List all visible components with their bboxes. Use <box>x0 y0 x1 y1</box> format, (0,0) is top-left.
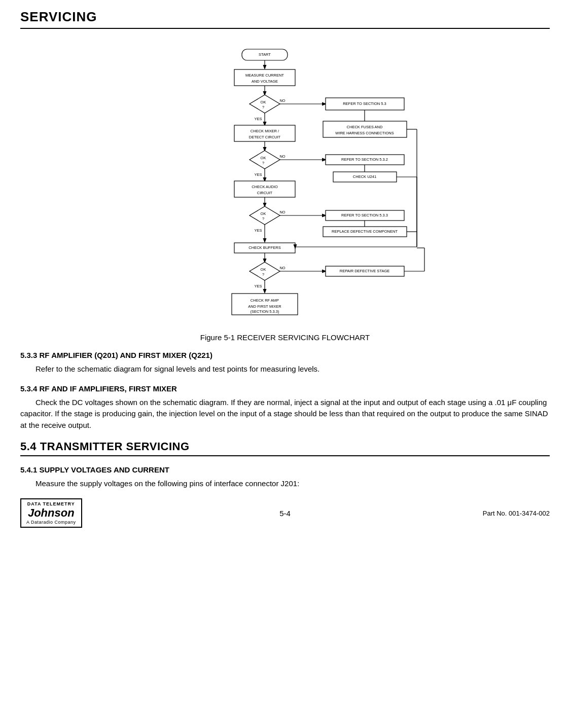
fuses-label2: WIRE HARNESS CONNECTIONS <box>335 131 394 135</box>
refer1-label: REFER TO SECTION 5.3 <box>343 101 386 106</box>
diamond1-q: ? <box>262 105 264 110</box>
diamond1-ok: OK <box>261 100 266 104</box>
rfamp-label3: (SECTION 5.3.3) <box>250 309 279 314</box>
repair-label: REPAIR DEFECTIVE STAGE <box>340 269 390 273</box>
d3-no: NO <box>279 210 285 214</box>
logo-data-telemetry: DATA TELEMETRY <box>27 501 75 506</box>
section-541-heading: 5.4.1 SUPPLY VOLTAGES AND CURRENT <box>20 465 550 474</box>
audio-label1: CHECK AUDIO <box>252 185 278 189</box>
refer2-label: REFER TO SECTION 5.3.2 <box>341 157 388 162</box>
d4-no: NO <box>279 266 285 270</box>
section-534-body: Check the DC voltages shown on the schem… <box>20 397 550 431</box>
footer-logo: DATA TELEMETRY Johnson A Dataradio Compa… <box>20 498 82 528</box>
page-footer: DATA TELEMETRY Johnson A Dataradio Compa… <box>0 500 570 523</box>
section-541-body: Measure the supply voltages on the follo… <box>20 478 550 490</box>
page-header: SERVICING <box>0 0 570 25</box>
section-534-heading: 5.3.4 RF AND IF AMPLIFIERS, FIRST MIXER <box>20 384 550 393</box>
page-title: SERVICING <box>20 9 550 25</box>
flowchart-container: START MEASURE CURRENT AND VOLTAGE OK ? N… <box>20 44 550 328</box>
d1-yes: YES <box>254 117 262 121</box>
logo-box: DATA TELEMETRY Johnson A Dataradio Compa… <box>20 498 82 528</box>
audio-label2: CIRCUIT <box>257 191 273 195</box>
start-label: START <box>259 52 271 57</box>
d1-no: NO <box>279 98 285 103</box>
section-533-body: Refer to the schematic diagram for signa… <box>20 363 550 375</box>
figure-caption: Figure 5-1 RECEIVER SERVICING FLOWCHART <box>20 333 550 342</box>
section-533-heading: 5.3.3 RF AMPLIFIER (Q201) AND FIRST MIXE… <box>20 351 550 359</box>
rfamp-label2: AND FIRST MIXER <box>248 304 281 309</box>
diamond4-ok: OK <box>261 267 266 272</box>
refer3-label: REFER TO SECTION 5.3.3 <box>341 213 388 217</box>
buffers-label: CHECK BUFFERS <box>248 245 280 250</box>
rfamp-label1: CHECK RF AMP <box>251 298 279 303</box>
diamond3-ok: OK <box>261 211 266 216</box>
mixer-label2: DETECT CIRCUIT <box>249 135 281 139</box>
mixer-label1: CHECK MIXER / <box>251 129 279 133</box>
measure-label2: AND VOLTAGE <box>252 79 278 84</box>
u241-label: CHECK U241 <box>353 174 376 179</box>
fuses-label1: CHECK FUSES AND <box>347 125 383 129</box>
d2-yes: YES <box>254 172 262 177</box>
header-divider <box>20 28 550 29</box>
footer-page-number: 5-4 <box>20 509 550 518</box>
flowchart-svg: START MEASURE CURRENT AND VOLTAGE OK ? N… <box>143 44 427 328</box>
diamond4-q: ? <box>262 272 264 277</box>
logo-johnson: Johnson <box>28 506 75 520</box>
d2-no: NO <box>279 154 285 159</box>
replace-label: REPLACE DEFECTIVE COMPONENT <box>332 229 398 234</box>
logo-dataradio: A Dataradio Company <box>26 520 76 525</box>
d4-yes: YES <box>254 284 262 288</box>
diamond3-q: ? <box>262 216 264 221</box>
major-section-divider <box>20 455 550 456</box>
measure-label: MEASURE CURRENT <box>245 73 284 78</box>
d3-yes: YES <box>254 228 262 233</box>
diamond2-ok: OK <box>261 156 266 160</box>
footer-part-number: Part No. 001-3474-002 <box>483 509 550 517</box>
major-section-title: 5.4 TRANSMITTER SERVICING <box>20 440 550 453</box>
diamond2-q: ? <box>262 161 264 165</box>
